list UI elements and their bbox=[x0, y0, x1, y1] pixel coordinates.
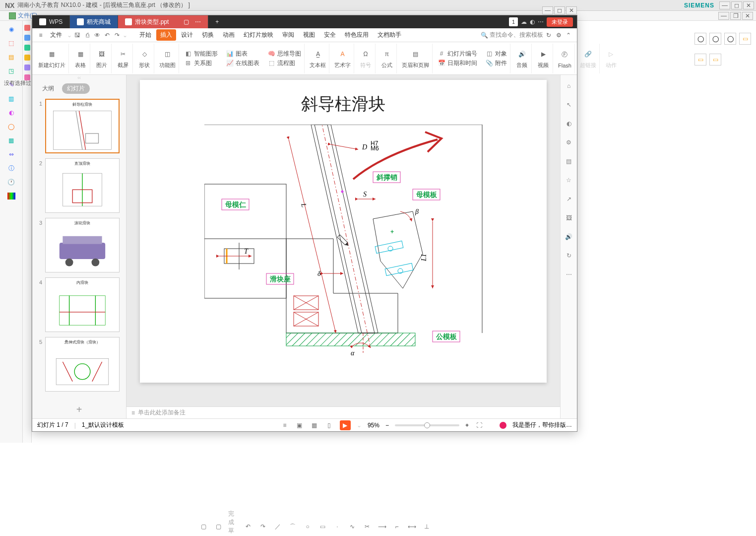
menu-switch[interactable]: 切换 bbox=[198, 29, 218, 41]
rib-flowchart[interactable]: ⬚流程图 bbox=[267, 59, 295, 67]
mini-tool-3[interactable] bbox=[24, 45, 30, 51]
sketch-dim[interactable]: ⟷ bbox=[407, 522, 417, 532]
nx-tool-pattern[interactable]: ▦ bbox=[4, 135, 18, 146]
nx-r-circle1[interactable]: ◯ bbox=[694, 33, 706, 45]
rib-chart[interactable]: 📊图表 bbox=[226, 50, 248, 58]
nx-tool-extrude[interactable]: ▥ bbox=[4, 93, 18, 104]
thumbnail-3[interactable]: 3 滚轮滑块 bbox=[36, 218, 122, 272]
tab-docer[interactable]: 稻壳商城 bbox=[70, 15, 118, 28]
thumbnail-5[interactable]: 5 悬伸式滑块（滑块） bbox=[36, 337, 122, 392]
nx-tool-1[interactable]: ⬚ bbox=[4, 38, 18, 49]
preview-icon[interactable]: 👁 bbox=[93, 31, 102, 40]
rib-shape[interactable]: ◇ 形状 bbox=[135, 44, 154, 73]
sync-icon[interactable]: ↻ bbox=[544, 31, 553, 40]
rib-action[interactable]: ▷ 动作 bbox=[602, 44, 621, 73]
wps-maximize-button[interactable]: ◻ bbox=[554, 6, 565, 14]
settings-icon[interactable]: ⚙ bbox=[554, 31, 563, 40]
login-button[interactable]: 未登录 bbox=[547, 17, 573, 27]
cloud-icon[interactable]: ☁ bbox=[521, 18, 527, 25]
wps-close-button[interactable]: ✕ bbox=[566, 6, 577, 14]
sketch-trim[interactable]: ✂ bbox=[362, 522, 372, 532]
zoom-out-button[interactable]: − bbox=[385, 422, 389, 429]
sketch-ico-1[interactable]: ▢ bbox=[198, 522, 208, 532]
search-icon[interactable]: 🔍 bbox=[480, 31, 489, 40]
menu-icon[interactable]: ⋯ bbox=[538, 18, 544, 25]
menu-safe[interactable]: 安全 bbox=[320, 29, 340, 41]
new-tab-button[interactable]: + bbox=[208, 15, 226, 28]
sketch-spline[interactable]: ∿ bbox=[347, 522, 357, 532]
sketch-arc[interactable]: ⌒ bbox=[288, 522, 298, 532]
rib-table[interactable]: ▦ 表格 bbox=[71, 44, 90, 73]
menu-slideshow[interactable]: 幻灯片放映 bbox=[240, 29, 277, 41]
rs-image-icon[interactable]: 🖼 bbox=[564, 213, 574, 223]
rs-home-icon[interactable]: ⌂ bbox=[564, 81, 574, 91]
wps-minimize-button[interactable]: — bbox=[542, 6, 553, 14]
view-notes-icon[interactable]: ≡ bbox=[280, 421, 289, 430]
slide-canvas[interactable]: 斜导柱滑块 bbox=[140, 80, 547, 383]
inner-minimize-button[interactable]: — bbox=[718, 12, 729, 20]
inner-restore-button[interactable]: ❐ bbox=[730, 12, 741, 20]
menu-anim[interactable]: 动画 bbox=[219, 29, 239, 41]
print-icon[interactable]: ⎙ bbox=[83, 31, 92, 40]
rib-image[interactable]: 🖼 图片 bbox=[92, 44, 112, 73]
rib-hyperlink[interactable]: 🔗 超链接 bbox=[577, 44, 600, 73]
nx-r-box2[interactable]: ▭ bbox=[694, 54, 706, 66]
menu-design[interactable]: 设计 bbox=[177, 29, 197, 41]
rib-symbol[interactable]: Ω 符号 bbox=[356, 44, 376, 73]
rib-onlinechart[interactable]: 📈在线图表 bbox=[226, 59, 259, 67]
mini-tool-4[interactable] bbox=[24, 55, 30, 61]
minimize-button[interactable]: — bbox=[719, 1, 730, 9]
maximize-button[interactable]: ◻ bbox=[731, 1, 742, 9]
notification-badge[interactable]: 1 bbox=[509, 17, 518, 26]
rib-attach[interactable]: 📎附件 bbox=[485, 59, 507, 67]
rib-screenshot[interactable]: ✂ 截屏 bbox=[114, 44, 133, 73]
rs-shape-icon[interactable]: ◐ bbox=[564, 119, 574, 129]
fit-window-icon[interactable]: ⛶ bbox=[475, 421, 484, 430]
thumbnail-1[interactable]: 1 斜导柱滑块 bbox=[36, 99, 122, 153]
nx-tool-info[interactable]: ⓘ bbox=[4, 163, 18, 174]
rs-refresh-icon[interactable]: ↻ bbox=[564, 251, 574, 261]
rib-textbox[interactable]: A̲ 文本框 bbox=[307, 44, 329, 73]
zoom-in-button[interactable]: + bbox=[465, 422, 469, 429]
nx-tool-2[interactable]: ▤ bbox=[4, 52, 18, 63]
rib-flash[interactable]: Ⓕ Flash bbox=[555, 44, 575, 73]
nx-tool-color[interactable] bbox=[4, 191, 18, 201]
sketch-undo[interactable]: ↶ bbox=[243, 522, 253, 532]
view-reading-icon[interactable]: ▯ bbox=[325, 421, 334, 430]
sketch-fillet[interactable]: ⌐ bbox=[392, 522, 402, 532]
menu-file[interactable]: 文件 bbox=[46, 29, 66, 41]
sketch-extend[interactable]: ⟶ bbox=[377, 522, 387, 532]
tab-slides[interactable]: 幻灯片 bbox=[62, 83, 90, 94]
sketch-ico-2[interactable]: ▢ bbox=[213, 522, 223, 532]
nx-r-box3[interactable]: ▭ bbox=[709, 54, 721, 66]
menu-start[interactable]: 开始 bbox=[135, 29, 155, 41]
play-slideshow-button[interactable]: ▶ bbox=[340, 420, 351, 430]
tab-current-file[interactable]: 滑块类型.ppt ▢ ⋯ bbox=[118, 15, 208, 28]
slide-viewport[interactable]: 斜导柱滑块 bbox=[126, 75, 560, 406]
menu-view[interactable]: 视图 bbox=[299, 29, 319, 41]
thumbnail-4[interactable]: 4 内滑块 bbox=[36, 277, 122, 332]
mini-tool-5[interactable] bbox=[24, 65, 30, 70]
save-icon[interactable]: 🖫 bbox=[73, 31, 82, 40]
nx-launch-button[interactable]: ◉ bbox=[4, 24, 18, 35]
assistant-avatar-icon[interactable] bbox=[500, 422, 506, 429]
rs-select-icon[interactable]: ↖ bbox=[564, 100, 574, 110]
sketch-redo[interactable]: ↷ bbox=[258, 522, 268, 532]
inner-close-button[interactable]: ✕ bbox=[742, 12, 753, 20]
rs-layer-icon[interactable]: ▤ bbox=[564, 156, 574, 166]
zoom-slider[interactable] bbox=[395, 424, 459, 426]
sketch-rect[interactable]: ▭ bbox=[317, 522, 327, 532]
sketch-line[interactable]: ／ bbox=[273, 522, 283, 532]
mini-tool-1[interactable] bbox=[24, 25, 30, 31]
rs-star-icon[interactable]: ☆ bbox=[564, 175, 574, 185]
view-sorter-icon[interactable]: ▦ bbox=[310, 421, 319, 430]
undo-icon[interactable]: ↶ bbox=[103, 31, 112, 40]
nx-tool-mirror[interactable]: ⇔ bbox=[4, 149, 18, 160]
rib-relation[interactable]: ⊞关系图 bbox=[184, 59, 212, 67]
menu-feature[interactable]: 特色应用 bbox=[341, 29, 373, 41]
nx-r-box1[interactable]: ▭ bbox=[739, 33, 751, 45]
close-button[interactable]: ✕ bbox=[743, 1, 754, 9]
thumbnail-list[interactable]: 1 斜导柱滑块 2 直顶滑块 3 滚轮滑块 bbox=[32, 97, 126, 401]
add-slide-button[interactable]: + bbox=[32, 401, 126, 418]
rib-headerfooter[interactable]: ▤ 页眉和页脚 bbox=[399, 44, 433, 73]
